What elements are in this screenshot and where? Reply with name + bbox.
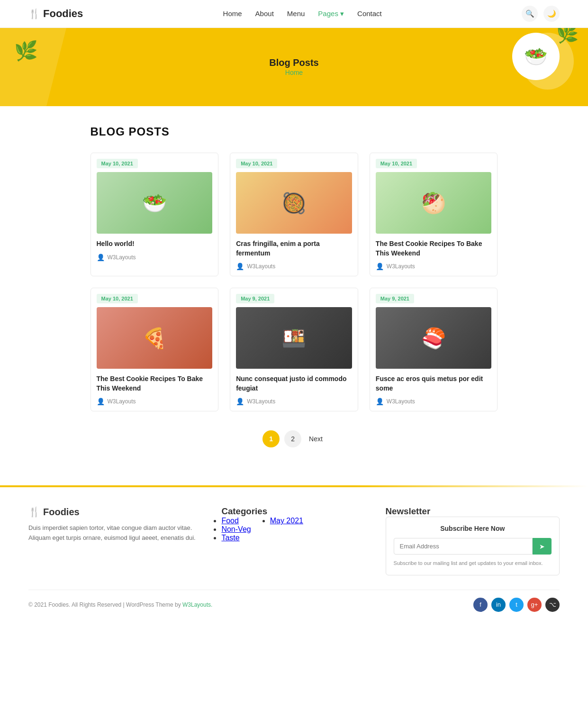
blog-card: May 10, 2021 🥗 Hello world! 👤 W3Layouts bbox=[90, 153, 219, 276]
footer-categories: Categories Food Non-Veg Taste May 2021 bbox=[221, 506, 366, 575]
card-date: May 10, 2021 bbox=[376, 159, 417, 168]
navbar: 🍴 Foodies Home About Menu Pages ▾ Contac… bbox=[0, 0, 588, 28]
newsletter-note: Subscribe to our mailing list and get up… bbox=[394, 559, 552, 567]
card-title: Fusce ac eros quis metus por edit some bbox=[376, 374, 492, 393]
blog-card: May 10, 2021 🥘 Cras fringilla, enim a po… bbox=[230, 153, 358, 276]
footer-logo-text: Foodies bbox=[43, 507, 80, 518]
card-body: Fusce ac eros quis metus por edit some 👤… bbox=[370, 369, 498, 411]
newsletter-input-row: ➤ bbox=[394, 538, 552, 555]
card-date: May 10, 2021 bbox=[236, 159, 277, 168]
card-image: 🥗 bbox=[97, 172, 213, 234]
card-body: Hello world! 👤 W3Layouts bbox=[91, 234, 218, 267]
newsletter-submit-button[interactable]: ➤ bbox=[533, 538, 552, 555]
logo-icon: 🍴 bbox=[28, 8, 40, 19]
author-name: W3Layouts bbox=[387, 398, 415, 405]
author-name: W3Layouts bbox=[108, 254, 136, 261]
newsletter-box: Subscribe Here Now ➤ Subscribe to our ma… bbox=[386, 517, 560, 575]
card-author: 👤 W3Layouts bbox=[376, 263, 492, 270]
blog-section-title: BLOG POSTS bbox=[90, 125, 498, 138]
card-image: 🍣 bbox=[376, 307, 492, 369]
newsletter-box-title: Subscribe Here Now bbox=[394, 525, 552, 532]
hero-title: Blog Posts bbox=[269, 57, 318, 68]
card-author: 👤 W3Layouts bbox=[236, 263, 352, 270]
footer-logo: 🍴 Foodies bbox=[28, 506, 202, 518]
leaf-right-icon: 🌿 bbox=[556, 28, 579, 44]
dark-mode-button[interactable]: 🌙 bbox=[543, 6, 560, 22]
card-author: 👤 W3Layouts bbox=[236, 398, 352, 405]
blog-card: May 10, 2021 🥙 The Best Cookie Recipes T… bbox=[370, 153, 498, 276]
next-page-button[interactable]: Next bbox=[306, 435, 326, 443]
categories-list-right: May 2021 bbox=[270, 517, 303, 542]
page-1-button[interactable]: 1 bbox=[262, 430, 280, 447]
card-title: The Best Cookie Recipes To Bake This Wee… bbox=[97, 374, 213, 393]
author-icon: 👤 bbox=[236, 398, 244, 405]
linkedin-button[interactable]: in bbox=[491, 598, 506, 612]
author-name: W3Layouts bbox=[247, 263, 275, 270]
card-image: 🍕 bbox=[97, 307, 213, 369]
footer-bottom: © 2021 Foodies. All Rights Reserved | Wo… bbox=[28, 590, 560, 612]
category-food[interactable]: Food bbox=[221, 517, 238, 525]
newsletter-email-input[interactable] bbox=[394, 538, 533, 555]
page-2-button[interactable]: 2 bbox=[284, 430, 301, 447]
twitter-button[interactable]: t bbox=[509, 598, 524, 612]
newsletter-title: Newsletter bbox=[386, 506, 560, 517]
card-body: Nunc consequat justo id commodo feugiat … bbox=[230, 369, 358, 411]
category-may-2021[interactable]: May 2021 bbox=[270, 517, 303, 525]
author-icon: 👤 bbox=[376, 263, 384, 270]
author-name: W3Layouts bbox=[387, 263, 415, 270]
blog-grid: May 10, 2021 🥗 Hello world! 👤 W3Layouts … bbox=[90, 153, 498, 411]
blog-card: May 9, 2021 🍣 Fusce ac eros quis metus p… bbox=[370, 288, 498, 411]
nav-pages[interactable]: Pages ▾ bbox=[318, 9, 344, 18]
card-body: Cras fringilla, enim a porta fermentum 👤… bbox=[230, 234, 358, 276]
card-title: Nunc consequat justo id commodo feugiat bbox=[236, 374, 352, 393]
card-title: Cras fringilla, enim a porta fermentum bbox=[236, 239, 352, 258]
nav-contact[interactable]: Contact bbox=[357, 9, 382, 18]
card-image: 🥘 bbox=[236, 172, 352, 234]
footer-copyright-link[interactable]: W3Layouts. bbox=[182, 601, 212, 608]
card-author: 👤 W3Layouts bbox=[97, 254, 213, 261]
blog-card: May 9, 2021 🍱 Nunc consequat justo id co… bbox=[230, 288, 358, 411]
card-title: The Best Cookie Recipes To Bake This Wee… bbox=[376, 239, 492, 258]
site-logo[interactable]: 🍴 Foodies bbox=[28, 8, 83, 20]
card-body: The Best Cookie Recipes To Bake This Wee… bbox=[370, 234, 498, 276]
card-date: May 9, 2021 bbox=[236, 294, 274, 303]
categories-list-left: Food Non-Veg Taste bbox=[221, 517, 251, 542]
hero-breadcrumb[interactable]: Home bbox=[285, 69, 303, 76]
card-author: 👤 W3Layouts bbox=[97, 398, 213, 405]
nav-home[interactable]: Home bbox=[223, 9, 242, 18]
author-icon: 👤 bbox=[376, 398, 384, 405]
leaf-left-icon: 🌿 bbox=[14, 40, 38, 62]
logo-text: Foodies bbox=[43, 8, 83, 20]
search-button[interactable]: 🔍 bbox=[522, 6, 538, 22]
card-date: May 10, 2021 bbox=[97, 294, 138, 303]
author-icon: 👤 bbox=[236, 263, 244, 270]
footer-copyright: © 2021 Foodies. All Rights Reserved | Wo… bbox=[28, 601, 212, 608]
social-icons: f in t g+ ⌥ bbox=[473, 598, 560, 612]
footer-about: 🍴 Foodies Duis imperdiet sapien tortor, … bbox=[28, 506, 202, 575]
hero-banner: 🌿 Blog Posts Home 🥗 🌿 bbox=[0, 28, 588, 106]
card-date: May 10, 2021 bbox=[97, 159, 138, 168]
footer-grid: 🍴 Foodies Duis imperdiet sapien tortor, … bbox=[28, 506, 560, 575]
card-body: The Best Cookie Recipes To Bake This Wee… bbox=[91, 369, 218, 411]
card-author: 👤 W3Layouts bbox=[376, 398, 492, 405]
footer-description: Duis imperdiet sapien tortor, vitae cong… bbox=[28, 523, 202, 543]
card-date: May 9, 2021 bbox=[376, 294, 414, 303]
card-image: 🥙 bbox=[376, 172, 492, 234]
author-name: W3Layouts bbox=[108, 398, 136, 405]
facebook-button[interactable]: f bbox=[473, 598, 488, 612]
blog-card: May 10, 2021 🍕 The Best Cookie Recipes T… bbox=[90, 288, 219, 411]
card-title: Hello world! bbox=[97, 239, 213, 249]
nav-menu[interactable]: Menu bbox=[287, 9, 305, 18]
category-non-veg[interactable]: Non-Veg bbox=[221, 525, 251, 533]
footer-logo-icon: 🍴 bbox=[28, 506, 40, 518]
footer-newsletter: Newsletter Subscribe Here Now ➤ Subscrib… bbox=[386, 506, 560, 575]
categories-title: Categories bbox=[221, 506, 366, 517]
author-name: W3Layouts bbox=[247, 398, 275, 405]
hero-text: Blog Posts Home bbox=[269, 57, 318, 77]
nav-about[interactable]: About bbox=[255, 9, 274, 18]
github-button[interactable]: ⌥ bbox=[545, 598, 560, 612]
google-plus-button[interactable]: g+ bbox=[527, 598, 542, 612]
footer: 🍴 Foodies Duis imperdiet sapien tortor, … bbox=[0, 487, 588, 621]
author-icon: 👤 bbox=[97, 254, 105, 261]
category-taste[interactable]: Taste bbox=[221, 534, 239, 542]
